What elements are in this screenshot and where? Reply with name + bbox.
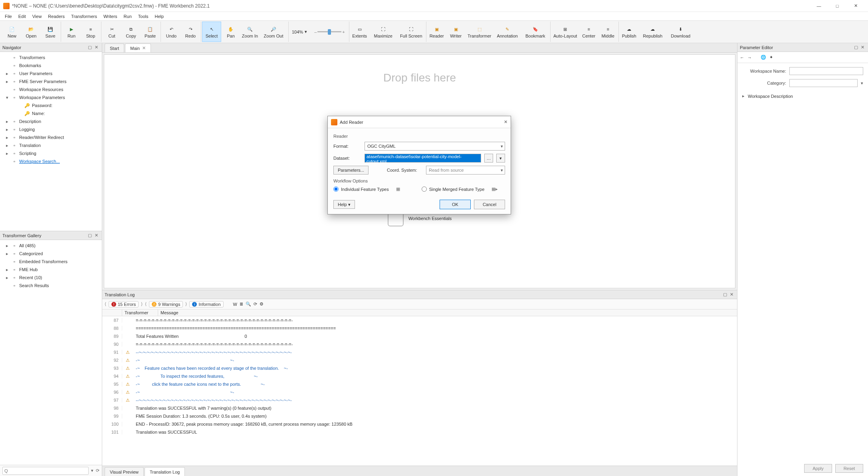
category-input[interactable] — [789, 79, 858, 87]
middle-button[interactable]: ≡Middle — [598, 22, 618, 42]
panel-close-icon[interactable]: ✕ — [93, 232, 99, 239]
parameters-button[interactable]: Parameters... — [333, 166, 369, 175]
menu-edit[interactable]: Edit — [15, 13, 29, 20]
paste-button[interactable]: 📋Paste — [141, 22, 160, 42]
forward-icon[interactable]: → — [747, 55, 752, 60]
tool-icon[interactable]: ≣ — [240, 301, 243, 307]
auto-layout-button[interactable]: ⊞Auto-Layout — [551, 22, 579, 42]
menu-tools[interactable]: Tools — [135, 13, 152, 20]
nav-right-icon[interactable]: ⟩ — [141, 301, 143, 307]
gallery-item[interactable]: ▸▫Recent (10) — [0, 274, 102, 282]
cancel-button[interactable]: Cancel — [474, 200, 505, 209]
gallery-search-input[interactable] — [2, 467, 89, 475]
bookmark-button[interactable]: 🔖Bookmark — [521, 22, 549, 42]
nav-item[interactable]: 🔑Name: — [0, 109, 102, 117]
gallery-item[interactable]: ▸▫FME Hub — [0, 266, 102, 274]
tab-main[interactable]: Main✕ — [125, 44, 151, 52]
gallery-list[interactable]: ▸▫All (485)▸▫Categorized▫Embedded Transf… — [0, 240, 102, 465]
annotation-button[interactable]: ✎Annotation — [493, 22, 521, 42]
ws-desc-label[interactable]: Workspace Description — [748, 94, 793, 99]
nav-item[interactable]: ▾▫Workspace Parameters — [0, 93, 102, 101]
copy-button[interactable]: ⧉Copy — [121, 22, 141, 42]
nav-item[interactable]: ▸▫Logging — [0, 125, 102, 133]
close-icon[interactable]: ✕ — [142, 46, 146, 51]
reader-button[interactable]: ▣Reader — [427, 22, 446, 42]
run-button[interactable]: ▶Run — [62, 22, 81, 42]
panel-pin-icon[interactable]: ▢ — [853, 44, 859, 51]
tool-icon[interactable]: ⟳ — [254, 301, 257, 307]
chevron-right-icon[interactable]: ▸ — [742, 93, 745, 99]
zoom-in-button[interactable]: 🔍Zoom In — [240, 22, 260, 42]
dataset-input[interactable]: ataset\munich-dataset\solar-potential-ci… — [365, 154, 481, 163]
tab-start[interactable]: Start — [105, 44, 124, 52]
tool-icon[interactable]: W — [233, 302, 237, 307]
nav-item[interactable]: ▸▫FME Server Parameters — [0, 77, 102, 85]
zoom-level[interactable]: 104%▾ — [289, 22, 310, 42]
help-button[interactable]: Help ▾ — [333, 200, 355, 209]
nav-left-icon[interactable]: ⟨ — [105, 301, 106, 307]
menu-run[interactable]: Run — [121, 13, 135, 20]
gallery-item[interactable]: ▫Embedded Transformers — [0, 258, 102, 266]
tool-icon[interactable]: 🔍 — [246, 301, 251, 307]
zoom-out-button[interactable]: 🔎Zoom Out — [260, 22, 287, 42]
chevron-down-icon[interactable]: ▾ — [91, 468, 93, 473]
extents-button[interactable]: ▭Extents — [350, 22, 369, 42]
navigator-tree[interactable]: ▫Transformers▫Bookmarks▸▫User Parameters… — [0, 52, 102, 231]
nav-item[interactable]: ▫Transformers — [0, 54, 102, 61]
slider[interactable]: – + — [314, 22, 345, 42]
nav-item[interactable]: ▸▫Translation — [0, 141, 102, 149]
menu-transformers[interactable]: Transformers — [68, 13, 100, 20]
stop-button[interactable]: ■Stop — [81, 22, 100, 42]
panel-pin-icon[interactable]: ▢ — [87, 232, 93, 239]
back-icon[interactable]: ← — [740, 55, 744, 60]
writer-button[interactable]: ▣Writer — [446, 22, 466, 42]
panel-close-icon[interactable]: ✕ — [93, 44, 99, 51]
menu-view[interactable]: View — [29, 13, 45, 20]
minimize-button[interactable]: — — [810, 0, 828, 12]
menu-help[interactable]: Help — [151, 13, 167, 20]
nav-item[interactable]: ▸▫Reader/Writer Redirect — [0, 133, 102, 141]
refresh-icon[interactable]: ⟳ — [96, 468, 99, 473]
gear-icon[interactable]: ⚙ — [260, 301, 264, 307]
nav-right-icon[interactable]: ⟩ — [185, 301, 187, 307]
tab-translation-log[interactable]: Translation Log — [145, 467, 185, 476]
panel-pin-icon[interactable]: ▢ — [87, 44, 93, 51]
dataset-menu-button[interactable]: ▾ — [496, 154, 505, 163]
log-body[interactable]: TransformerMessage 87=-=-=-=-=-=-=-=-=-=… — [102, 309, 737, 466]
nav-item[interactable]: ▸▫Description — [0, 117, 102, 125]
maximize-canvas-button[interactable]: ⛶Maximize — [369, 22, 397, 42]
menu-readers[interactable]: Readers — [45, 13, 68, 20]
panel-close-icon[interactable]: ✕ — [728, 292, 735, 298]
radio-individual[interactable]: Individual Feature Types — [333, 186, 389, 192]
new-button[interactable]: 📄New — [2, 22, 22, 42]
transformer-button[interactable]: ⬚Transformer — [466, 22, 493, 42]
gallery-item[interactable]: ▫Search Results — [0, 282, 102, 290]
info-pill[interactable]: iInformation — [189, 301, 223, 307]
panel-close-icon[interactable]: ✕ — [859, 44, 866, 51]
menu-writers[interactable]: Writers — [100, 13, 121, 20]
republish-button[interactable]: ☁Republish — [639, 22, 667, 42]
gallery-item[interactable]: ▸▫Categorized — [0, 250, 102, 258]
nav-item[interactable]: ▫Workspace Search... — [0, 157, 102, 165]
center-button[interactable]: ≡Center — [579, 22, 598, 42]
warnings-pill[interactable]: ⚠9 Warnings — [149, 301, 183, 307]
coord-combo[interactable]: Read from source▾ — [426, 166, 505, 175]
chevron-down-icon[interactable]: ▾ — [861, 81, 863, 86]
errors-pill[interactable]: !15 Errors — [109, 301, 139, 307]
fullscreen-button[interactable]: ⛶Full Screen — [397, 22, 425, 42]
nav-item[interactable]: ▫Workspace Resources — [0, 85, 102, 93]
download-button[interactable]: ⬇Download — [667, 22, 695, 42]
open-button[interactable]: 📂Open — [22, 22, 41, 42]
format-combo[interactable]: OGC CityGML▾ — [365, 142, 505, 151]
select-button[interactable]: ↖Select — [202, 22, 221, 42]
save-button[interactable]: 💾Save — [41, 22, 60, 42]
nav-item[interactable]: ▸▫User Parameters — [0, 69, 102, 77]
close-button[interactable]: ✕ — [846, 0, 865, 12]
nav-item[interactable]: ▫Bookmarks — [0, 61, 102, 69]
redo-button[interactable]: ↷Redo — [181, 22, 200, 42]
nav-left-icon[interactable]: ⟨ — [145, 301, 147, 307]
tab-visual-preview[interactable]: Visual Preview — [105, 467, 144, 476]
nav-item[interactable]: 🔑Password: — [0, 101, 102, 109]
maximize-button[interactable]: □ — [828, 0, 846, 12]
publish-button[interactable]: ☁Publish — [620, 22, 639, 42]
